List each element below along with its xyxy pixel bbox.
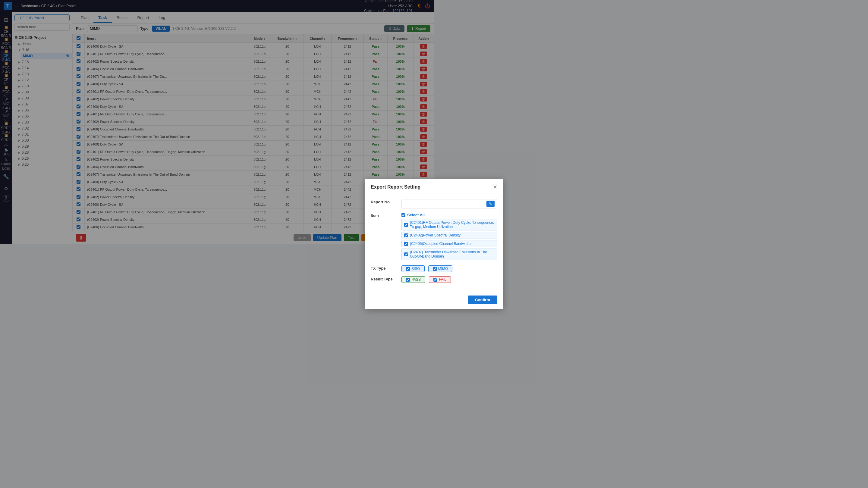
report-no-label: Report.No xyxy=(371,199,398,204)
modal-item-checkbox-0[interactable] xyxy=(404,223,408,227)
modal-item-checkbox-1[interactable] xyxy=(404,233,408,237)
select-all-items-checkbox[interactable] xyxy=(401,213,405,217)
modal-item-row-1: (C2402)Power Spectral Density xyxy=(401,232,434,239)
export-report-modal: Export Report Setting ✕ Report.No ✎ Item xyxy=(365,179,434,244)
modal-overlay: Export Report Setting ✕ Report.No ✎ Item xyxy=(0,0,434,244)
report-no-field[interactable] xyxy=(404,201,434,206)
modal-header: Export Report Setting ✕ xyxy=(365,179,434,194)
modal-item-row-2: (C2406)Occupied Channel Bandwidth xyxy=(401,240,434,244)
modal-item-row: Item Select All (C2401)RF Output Power, … xyxy=(371,213,434,244)
modal-item-checkbox-2[interactable] xyxy=(404,242,408,244)
select-all-label[interactable]: Select All xyxy=(407,213,425,217)
modal-report-no-row: Report.No ✎ xyxy=(371,199,434,208)
modal-title: Export Report Setting xyxy=(371,184,421,190)
modal-item-text-2: (C2406)Occupied Channel Bandwidth xyxy=(410,241,434,244)
modal-item-row-0: (C2401)RF Output Power, Duty Cycle, Tx-s… xyxy=(401,219,434,230)
item-label: Item xyxy=(371,213,398,218)
item-content: Select All (C2401)RF Output Power, Duty … xyxy=(401,213,434,244)
report-no-content: ✎ xyxy=(401,199,434,208)
select-all-row: Select All xyxy=(401,213,434,217)
modal-body: Report.No ✎ Item Select All xyxy=(365,194,434,244)
modal-item-text-0: (C2401)RF Output Power, Duty Cycle, Tx-s… xyxy=(410,221,434,229)
report-no-input-container: ✎ xyxy=(401,199,434,208)
modal-item-text-1: (C2402)Power Spectral Density xyxy=(410,233,434,237)
